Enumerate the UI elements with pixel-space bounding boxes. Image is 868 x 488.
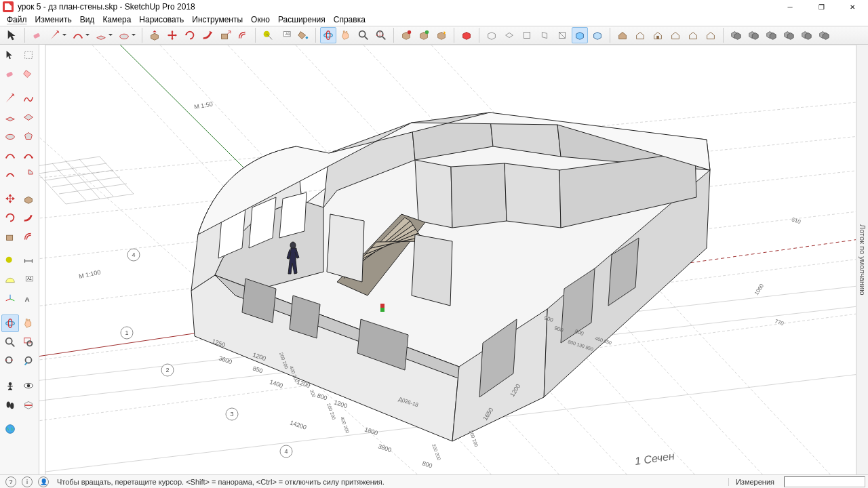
rectangle-tool[interactable] [93,27,109,43]
walk-tool-left[interactable] [1,396,19,413]
tape-tool[interactable] [260,27,276,43]
component-tool-left[interactable] [20,46,38,64]
3d-text-tool-left[interactable]: A [20,290,38,308]
house-back-button[interactable] [685,27,701,43]
menu-extensions[interactable]: Расширения [274,14,330,26]
push-pull-tool[interactable] [146,27,163,43]
rectangle-tool-left[interactable] [1,108,19,126]
arc-tool-left[interactable] [1,146,19,164]
arc-tool[interactable] [70,27,86,43]
look-around-tool-left[interactable] [20,377,38,394]
make-component-button[interactable] [398,27,414,43]
component-options-button[interactable] [416,27,432,43]
follow-me-tool[interactable] [199,27,216,43]
house-right-button[interactable] [667,27,684,43]
zoom-extents-tool[interactable] [373,27,389,43]
view-left-button[interactable] [572,27,588,43]
view-right-button[interactable] [536,27,553,43]
user-icon[interactable]: 👤 [38,476,49,487]
menu-help[interactable]: Справка [330,14,370,26]
text-tool[interactable]: A1 [277,27,294,43]
text-tool-left[interactable]: A1 [20,271,38,289]
3d-warehouse-button[interactable] [433,27,450,43]
menu-window[interactable]: Окно [247,14,274,26]
house-top-button[interactable] [632,27,648,43]
style-xray-button[interactable] [589,27,606,43]
scale-tool[interactable] [217,27,233,43]
rotated-rect-tool-left[interactable] [20,108,38,126]
view-iso-button[interactable] [484,27,500,43]
pan-tool-left[interactable] [20,314,38,332]
orbit-tool[interactable] [320,27,336,43]
2pt-arc-tool-left[interactable] [20,146,38,164]
follow-me-tool-left[interactable] [20,209,38,226]
offset-tool[interactable] [235,27,251,43]
house-left-button[interactable] [703,27,719,43]
solid-intersect-button[interactable] [745,27,762,43]
orbit-tool-left[interactable] [1,314,19,332]
paint-tool-left[interactable] [20,65,38,83]
3pt-arc-tool-left[interactable] [1,165,19,183]
menu-camera[interactable]: Камера [98,14,135,26]
close-button[interactable]: ✕ [837,0,868,14]
protractor-tool-left[interactable] [1,271,19,289]
zoom-window-tool-left[interactable] [20,333,38,351]
line-tool[interactable] [47,27,63,43]
house-iso-button[interactable] [614,27,631,43]
paint-bucket-tool[interactable] [295,27,311,43]
extension-warehouse-button[interactable] [458,27,475,43]
zoom-tool-left[interactable] [1,333,19,351]
move-tool[interactable] [164,27,180,43]
circle-tool-left[interactable] [1,127,19,145]
solid-trim-button[interactable] [798,27,814,43]
minimize-button[interactable]: ─ [774,0,806,14]
rotate-tool[interactable] [182,27,198,43]
select-tool[interactable] [4,27,20,43]
zoom-previous-tool-left[interactable] [20,352,38,370]
section-tool-left[interactable] [20,396,38,413]
maximize-button[interactable]: ❐ [806,0,837,14]
eraser-tool[interactable] [29,27,45,43]
solid-union-button[interactable] [763,27,779,43]
scale-tool-left[interactable] [1,228,19,245]
info-icon[interactable]: i [22,476,33,487]
push-pull-tool-left[interactable] [20,190,38,207]
position-camera-tool-left[interactable] [1,377,19,394]
svg-text:A1: A1 [27,277,32,281]
view-front-button[interactable] [519,27,535,43]
select-tool-left[interactable] [1,46,19,64]
zoom-tool[interactable] [355,27,372,43]
menu-view[interactable]: Вид [76,14,99,26]
dimension-tool-left[interactable] [20,252,38,270]
axes-tool-left[interactable] [1,290,19,308]
zoom-extents-tool-left[interactable] [1,352,19,370]
rotate-tool-left[interactable] [1,209,19,226]
menu-edit[interactable]: Изменить [31,14,76,26]
circle-tool[interactable] [116,27,132,43]
freehand-tool-left[interactable] [20,89,38,107]
menu-tools[interactable]: Инструменты [188,14,247,26]
solid-subtract-button[interactable] [781,27,797,43]
offset-tool-left[interactable] [20,228,38,245]
geo-tool-left[interactable] [1,420,19,438]
pan-tool[interactable] [338,27,354,43]
eraser-tool-left[interactable] [1,65,19,83]
measurements-input[interactable] [784,476,865,487]
view-back-button[interactable] [554,27,570,43]
move-tool-left[interactable] [1,190,19,207]
pie-tool-left[interactable] [20,165,38,183]
menu-file[interactable]: Файл [3,14,31,26]
help-icon[interactable]: ? [5,476,16,487]
tray-tab[interactable]: Лоток по умолчанию [856,45,868,474]
viewport[interactable]: M 1:100 M 1:50 1 Сечен 1250 3600 1200 85… [39,45,868,474]
model-canvas[interactable]: M 1:100 M 1:50 1 Сечен 1250 3600 1200 85… [39,45,868,474]
solid-split-button[interactable] [816,27,832,43]
polygon-tool-left[interactable] [20,127,38,145]
house-front-button[interactable] [650,27,666,43]
svg-line-59 [59,184,127,194]
line-tool-left[interactable] [1,89,19,107]
solid-outer-button[interactable] [728,27,744,43]
tape-tool-left[interactable] [1,252,19,270]
menu-draw[interactable]: Нарисовать [135,14,188,26]
view-top-button[interactable] [501,27,517,43]
